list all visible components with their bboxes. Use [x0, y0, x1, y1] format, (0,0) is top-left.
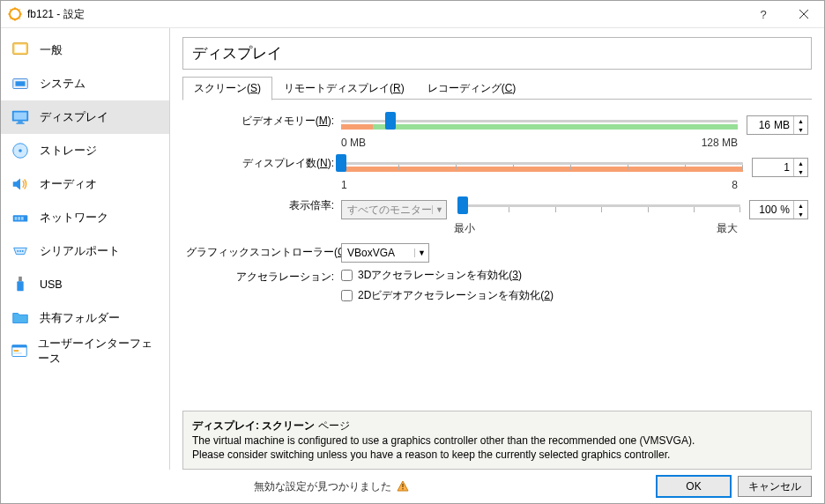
cancel-button[interactable]: キャンセル [738, 476, 812, 497]
status-bar: 無効な設定が見つかりました [13, 479, 650, 494]
accel-2d-input[interactable] [341, 290, 353, 301]
scale-factor-min: 最小 [454, 221, 475, 236]
spin-up-icon[interactable]: ▲ [794, 116, 807, 125]
close-button[interactable] [784, 1, 824, 27]
sidebar-item-label: オーディオ [40, 177, 97, 192]
svg-rect-16 [14, 113, 27, 120]
tab-bar: スクリーン(S) リモートディスプレイ(R) レコーディング(C) [182, 77, 812, 100]
network-icon [10, 207, 31, 228]
svg-rect-17 [18, 122, 23, 123]
spin-down-icon[interactable]: ▼ [794, 125, 807, 134]
svg-point-20 [19, 149, 22, 152]
sidebar-item-label: ディスプレイ [40, 110, 108, 125]
display-count-max: 8 [732, 179, 738, 191]
ok-button[interactable]: OK [657, 476, 731, 497]
display-count-spin[interactable]: ▲▼ [752, 158, 808, 177]
sidebar-item-usb[interactable]: USB [1, 268, 169, 301]
scale-factor-unit: % [780, 204, 793, 216]
sidebar-item-ui[interactable]: ユーザーインターフェース [1, 335, 169, 368]
video-memory-input[interactable] [747, 119, 774, 131]
svg-line-6 [19, 18, 20, 19]
display-count-label: ディスプレイ数(N): [186, 154, 341, 191]
spin-up-icon[interactable]: ▲ [794, 159, 807, 167]
display-count-input[interactable] [753, 161, 793, 174]
svg-point-25 [17, 250, 19, 252]
sidebar-item-system[interactable]: システム [1, 67, 169, 100]
status-text: 無効な設定が見つかりました [254, 479, 391, 494]
video-memory-label: ビデオメモリー(M): [186, 112, 341, 149]
help-title: ディスプレイ: スクリーン [192, 419, 315, 432]
general-icon [10, 40, 31, 61]
spin-down-icon[interactable]: ▼ [794, 210, 807, 219]
window-title: fb121 - 設定 [27, 7, 85, 22]
sidebar-item-label: USB [40, 278, 63, 291]
sidebar-item-label: システム [40, 77, 85, 92]
svg-rect-28 [19, 277, 22, 282]
svg-rect-32 [14, 350, 19, 352]
svg-rect-24 [21, 217, 24, 220]
scale-factor-input[interactable] [750, 204, 780, 216]
help-line-1: The virtual machine is configured to use… [192, 434, 695, 447]
gfx-controller-label: グラフィックスコントローラー(G): [186, 243, 341, 263]
sidebar-item-network[interactable]: ネットワーク [1, 201, 169, 234]
tab-screen[interactable]: スクリーン(S) [182, 77, 272, 100]
display-icon [10, 107, 31, 128]
titlebar: fb121 - 設定 ? [1, 1, 824, 28]
accel-3d-checkbox[interactable]: 3Dアクセラレーションを有効化(3) [341, 268, 522, 283]
gfx-controller-select[interactable]: VBoxVGA ▼ [341, 243, 429, 263]
app-icon [8, 7, 22, 21]
video-memory-min: 0 MB [341, 137, 366, 149]
spin-down-icon[interactable]: ▼ [794, 167, 807, 176]
tab-remote-display[interactable]: リモートディスプレイ(R) [272, 77, 416, 100]
spin-up-icon[interactable]: ▲ [794, 201, 807, 210]
monitor-select[interactable]: すべてのモニター ▼ [341, 200, 447, 219]
sidebar-item-shared-folders[interactable]: 共有フォルダー [1, 301, 169, 335]
chevron-down-icon: ▼ [414, 248, 428, 257]
sidebar-item-label: ストレージ [40, 144, 97, 159]
svg-rect-34 [402, 484, 403, 487]
sidebar-item-label: ネットワーク [40, 211, 108, 226]
help-box: ディスプレイ: スクリーン ページ The virtual machine is… [182, 411, 812, 470]
video-memory-spin[interactable]: MB ▲▼ [747, 115, 808, 135]
help-button[interactable]: ? [743, 1, 784, 27]
warning-icon [397, 480, 409, 493]
svg-rect-35 [402, 488, 403, 489]
svg-rect-29 [17, 281, 23, 291]
scale-factor-slider[interactable] [463, 196, 740, 223]
sidebar-item-label: 共有フォルダー [40, 311, 120, 326]
display-count-slider[interactable] [341, 154, 743, 181]
svg-rect-18 [16, 122, 24, 123]
accel-3d-input[interactable] [341, 270, 353, 281]
acceleration-label: アクセラレーション: [186, 268, 341, 285]
usb-icon [10, 274, 31, 295]
svg-rect-12 [15, 45, 26, 53]
sidebar-item-audio[interactable]: オーディオ [1, 167, 169, 201]
ui-icon [10, 341, 29, 362]
serial-port-icon [10, 241, 31, 262]
svg-rect-22 [15, 217, 18, 220]
svg-line-5 [10, 9, 11, 11]
chevron-down-icon: ▼ [432, 205, 446, 214]
accel-2d-checkbox[interactable]: 2Dビデオアクセラレーションを有効化(2) [341, 288, 554, 303]
scale-factor-spin[interactable]: % ▲▼ [749, 200, 808, 219]
page-title: ディスプレイ [182, 37, 812, 70]
scale-factor-max: 最大 [717, 221, 738, 236]
sidebar-item-serial[interactable]: シリアルポート [1, 234, 169, 268]
system-icon [10, 73, 31, 94]
audio-icon [10, 174, 31, 195]
sidebar-item-label: 一般 [40, 43, 63, 58]
sidebar-item-storage[interactable]: ストレージ [1, 134, 169, 167]
svg-point-26 [19, 250, 21, 252]
tab-recording[interactable]: レコーディング(C) [416, 77, 528, 100]
sidebar-item-display[interactable]: ディスプレイ [1, 100, 169, 134]
sidebar-item-general[interactable]: 一般 [1, 33, 169, 67]
sidebar-item-label: シリアルポート [40, 244, 120, 259]
svg-rect-33 [14, 352, 22, 354]
svg-line-7 [10, 18, 11, 19]
storage-icon [10, 140, 31, 161]
video-memory-slider[interactable] [341, 112, 738, 138]
svg-point-27 [22, 250, 24, 252]
settings-sidebar: 一般 システム ディスプレイ ストレージ オーディオ ネットワーク シリアルポー… [1, 28, 170, 470]
help-line-2: Please consider switching unless you hav… [192, 448, 670, 461]
scale-factor-label: 表示倍率: [186, 196, 341, 236]
